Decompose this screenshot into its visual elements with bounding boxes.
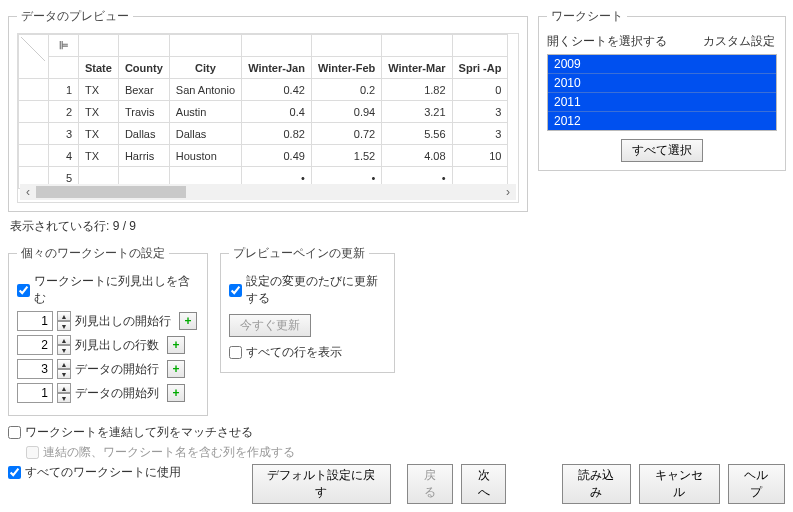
cell-city: Austin (169, 101, 241, 123)
sort-state[interactable] (79, 35, 119, 57)
sort-mar[interactable] (382, 35, 452, 57)
spinner-input-1[interactable] (17, 335, 53, 355)
spinner-down-0[interactable]: ▼ (57, 321, 71, 331)
individual-settings-legend: 個々のワークシートの設定 (17, 245, 169, 262)
spinner-up-3[interactable]: ▲ (57, 383, 71, 393)
worksheet-item[interactable]: 2009 (548, 55, 776, 74)
cell-county: Harris (118, 145, 169, 167)
cell-county: Travis (118, 101, 169, 123)
cancel-button[interactable]: キャンセル (639, 464, 720, 504)
scrollbar-thumb[interactable] (36, 186, 186, 198)
cell-rownum: 3 (49, 123, 79, 145)
cell-jan: 0.49 (242, 145, 312, 167)
scroll-right-arrow[interactable]: › (500, 184, 516, 200)
cell-apr: 3 (452, 123, 508, 145)
concat-worksheets-checkbox[interactable]: ワークシートを連結して列をマッチさせる (8, 424, 785, 441)
individual-settings-fieldset: 個々のワークシートの設定 ワークシートに列見出しを含む ▲▼ 列見出しの開始行 … (8, 245, 208, 416)
cell-jan: 0.4 (242, 101, 312, 123)
sort-county[interactable] (118, 35, 169, 57)
cell-empty (19, 123, 49, 145)
col-city[interactable]: City (169, 57, 241, 79)
worksheet-item[interactable]: 2012 (548, 112, 776, 130)
worksheet-item[interactable]: 2011 (548, 93, 776, 112)
cell-feb: 0.72 (311, 123, 381, 145)
col-apr[interactable]: Spri -Ap (452, 57, 508, 79)
sort-jan[interactable] (242, 35, 312, 57)
refresh-on-change-checkbox[interactable]: 設定の変更のたびに更新する (229, 273, 386, 307)
scroll-left-arrow[interactable]: ‹ (20, 184, 36, 200)
table-row[interactable]: 4 TX Harris Houston 0.49 1.52 4.08 10 (19, 145, 508, 167)
refresh-on-change-input[interactable] (229, 284, 242, 297)
cell-city: Houston (169, 145, 241, 167)
worksheet-item[interactable]: 2010 (548, 74, 776, 93)
col-rownum[interactable] (49, 57, 79, 79)
spinner-input-2[interactable] (17, 359, 53, 379)
spinner-down-1[interactable]: ▼ (57, 345, 71, 355)
concat-worksheets-input[interactable] (8, 426, 21, 439)
help-button[interactable]: ヘルプ (728, 464, 785, 504)
sort-feb[interactable] (311, 35, 381, 57)
cell-jan: 0.82 (242, 123, 312, 145)
cell-apr: 3 (452, 101, 508, 123)
cell-mar: 5.56 (382, 123, 452, 145)
spinner-plus-0[interactable]: + (179, 312, 197, 330)
spinner-down-3[interactable]: ▼ (57, 393, 71, 403)
spinner-down-2[interactable]: ▼ (57, 369, 71, 379)
cell-empty (19, 145, 49, 167)
preview-table: ⊫ State County City Winter-Jan Winter-Fe… (18, 34, 508, 189)
show-all-rows-input[interactable] (229, 346, 242, 359)
load-button[interactable]: 読み込み (562, 464, 631, 504)
spinner-plus-1[interactable]: + (167, 336, 185, 354)
concat-name-col-checkbox: 連結の際、ワークシート名を含む列を作成する (26, 444, 785, 461)
preview-table-container[interactable]: ⊫ State County City Winter-Jan Winter-Fe… (17, 33, 519, 203)
worksheet-select-label: 開くシートを選択する (547, 33, 667, 50)
spinner-label-1: 列見出しの行数 (75, 337, 159, 354)
col-jan[interactable]: Winter-Jan (242, 57, 312, 79)
cell-state: TX (79, 145, 119, 167)
sort-apr[interactable] (452, 35, 508, 57)
spinner-plus-2[interactable]: + (167, 360, 185, 378)
col-county[interactable]: County (118, 57, 169, 79)
data-preview-legend: データのプレビュー (17, 8, 133, 25)
worksheet-list[interactable]: 2009 2010 2011 2012 (547, 54, 777, 131)
cell-state: TX (79, 79, 119, 101)
cell-mar: 3.21 (382, 101, 452, 123)
col-feb[interactable]: Winter-Feb (311, 57, 381, 79)
col-state[interactable]: State (79, 57, 119, 79)
refresh-now-button[interactable]: 今すぐ更新 (229, 314, 311, 337)
show-all-rows-checkbox[interactable]: すべての行を表示 (229, 344, 386, 361)
col-mar[interactable]: Winter-Mar (382, 57, 452, 79)
spinner-up-1[interactable]: ▲ (57, 335, 71, 345)
reset-defaults-button[interactable]: デフォルト設定に戻す (252, 464, 392, 504)
spinner-plus-3[interactable]: + (167, 384, 185, 402)
sort-icon[interactable]: ⊫ (49, 35, 79, 57)
preview-refresh-legend: プレビューペインの更新 (229, 245, 369, 262)
include-headers-input[interactable] (17, 284, 30, 297)
cell-city: San Antonio (169, 79, 241, 101)
spinner-label-0: 列見出しの開始行 (75, 313, 171, 330)
cell-rownum: 4 (49, 145, 79, 167)
horizontal-scrollbar[interactable]: ‹ › (20, 184, 516, 200)
spinner-input-3[interactable] (17, 383, 53, 403)
table-corner (19, 35, 49, 79)
cell-feb: 0.94 (311, 101, 381, 123)
cell-empty (19, 79, 49, 101)
sort-city[interactable] (169, 35, 241, 57)
spinner-label-3: データの開始列 (75, 385, 159, 402)
spinner-label-2: データの開始行 (75, 361, 159, 378)
spinner-up-0[interactable]: ▲ (57, 311, 71, 321)
include-headers-checkbox[interactable]: ワークシートに列見出しを含む (17, 273, 199, 307)
svg-line-0 (21, 37, 45, 61)
cell-rownum: 1 (49, 79, 79, 101)
next-button[interactable]: 次へ (461, 464, 507, 504)
table-row[interactable]: 3 TX Dallas Dallas 0.82 0.72 5.56 3 (19, 123, 508, 145)
spinner-up-2[interactable]: ▲ (57, 359, 71, 369)
table-row[interactable]: 1 TX Bexar San Antonio 0.42 0.2 1.82 0 (19, 79, 508, 101)
select-all-button[interactable]: すべて選択 (621, 139, 703, 162)
table-row[interactable]: 2 TX Travis Austin 0.4 0.94 3.21 3 (19, 101, 508, 123)
preview-refresh-fieldset: プレビューペインの更新 設定の変更のたびに更新する 今すぐ更新 すべての行を表示 (220, 245, 395, 373)
cell-apr: 10 (452, 145, 508, 167)
spinner-input-0[interactable] (17, 311, 53, 331)
back-button[interactable]: 戻る (407, 464, 453, 504)
cell-mar: 4.08 (382, 145, 452, 167)
